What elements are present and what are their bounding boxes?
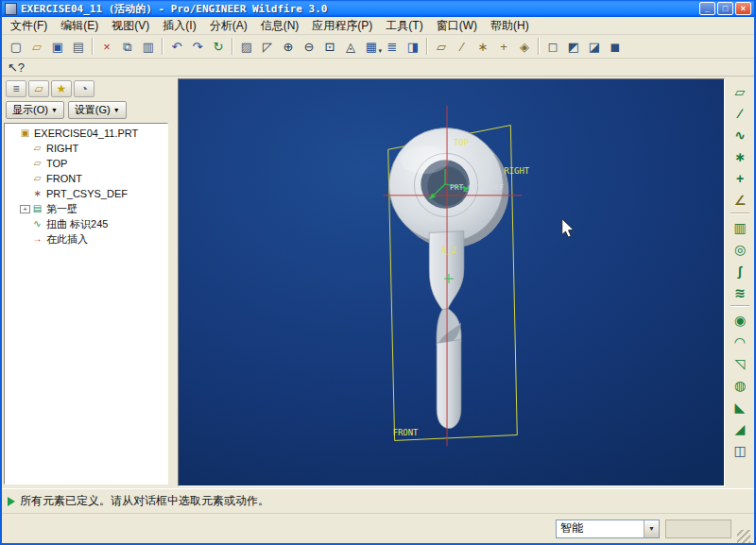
open-file-icon[interactable]: ▱: [26, 37, 47, 56]
print-icon[interactable]: ▤: [68, 37, 89, 56]
shaded-display-icon[interactable]: ◼: [605, 37, 626, 56]
draft-tool-icon[interactable]: ◢: [729, 417, 751, 439]
tree-item-first-wall-feature[interactable]: +▤第一壁: [5, 201, 167, 216]
no-hidden-display-icon[interactable]: ◪: [584, 37, 605, 56]
settings-button[interactable]: 设置(G) ▼: [68, 101, 127, 119]
hole-tool-icon[interactable]: ◉: [729, 309, 751, 331]
spin-center-toggle-icon[interactable]: ◈: [514, 37, 535, 56]
save-icon[interactable]: ▣: [47, 37, 68, 56]
tree-item-label: PRT_CSYS_DEF: [46, 188, 128, 199]
zoom-out-icon[interactable]: ⊖: [299, 37, 319, 56]
menu-item-9[interactable]: 帮助(H): [484, 17, 536, 35]
datum-label-top[interactable]: TOP: [454, 138, 469, 147]
select-items-icon[interactable]: ◸: [257, 37, 278, 56]
graphics-area[interactable]: PRT_CSYS_DEF TOP RIGHT FRONT A_2: [178, 78, 725, 486]
context-help-icon[interactable]: ↖?: [6, 58, 26, 77]
right-toolbar: ▱∕∿∗+∠▥◎∫≋◉◠◹◍◣◢◫: [726, 77, 754, 488]
model-tree-tab-icon[interactable]: ≡: [6, 80, 26, 97]
tree-item-twist-feature[interactable]: ∿扭曲 标识245: [5, 216, 167, 231]
datum-point-tool-icon[interactable]: ∗: [729, 145, 751, 167]
view-manager-icon[interactable]: ◨: [403, 37, 423, 56]
paste-icon[interactable]: ▥: [138, 37, 159, 56]
panel-splitter[interactable]: [170, 77, 178, 488]
twist-feature-icon: ∿: [31, 219, 43, 229]
help-toolbar: ↖?: [2, 59, 754, 77]
menu-item-0[interactable]: 文件(F): [4, 17, 54, 35]
tree-item-part[interactable]: ▣EXERCISE04_11.PRT: [5, 126, 167, 141]
toolbar-separator: [162, 38, 163, 55]
selection-filter-combo[interactable]: 智能 ▼: [556, 519, 660, 538]
model-canvas: PRT_CSYS_DEF TOP RIGHT FRONT A_2: [179, 79, 724, 485]
view-manager-glyph: ◨: [407, 41, 419, 53]
menu-item-2[interactable]: 视图(V): [105, 17, 156, 35]
blend-tool-glyph: ≋: [734, 285, 746, 300]
delete-icon[interactable]: ×: [96, 37, 117, 56]
datum-points-toggle-icon[interactable]: ∗: [472, 37, 493, 56]
undo-icon[interactable]: ↶: [166, 37, 187, 56]
csys-tool-icon[interactable]: +: [729, 167, 751, 189]
datum-planes-toggle-icon[interactable]: ▱: [431, 37, 452, 56]
tree-item-datum-plane[interactable]: ▱TOP: [5, 156, 167, 171]
title-bar[interactable]: EXERCISE04_11 (活动的) - Pro/ENGINEER Wildf…: [2, 0, 754, 17]
wireframe-display-icon[interactable]: ◻: [542, 37, 563, 56]
datum-label-front[interactable]: FRONT: [393, 428, 419, 437]
resize-grip[interactable]: [737, 530, 750, 543]
refit-icon[interactable]: ⊡: [319, 37, 340, 56]
blend-tool-icon[interactable]: ≋: [729, 281, 751, 303]
menu-item-1[interactable]: 编辑(E): [54, 17, 105, 35]
minimize-button[interactable]: _: [699, 2, 715, 15]
folder-browser-tab-icon[interactable]: ▱: [28, 80, 49, 97]
chamfer-tool-icon[interactable]: ◹: [729, 352, 751, 374]
layers-icon[interactable]: ≣: [382, 37, 403, 56]
regenerate-icon[interactable]: ↻: [208, 37, 229, 56]
redo-icon[interactable]: ↷: [187, 37, 208, 56]
repaint-icon[interactable]: ▨: [236, 37, 257, 56]
csys-toggle-icon[interactable]: +: [493, 37, 514, 56]
menu-item-4[interactable]: 分析(A): [203, 17, 254, 35]
menu-item-7[interactable]: 工具(T): [379, 17, 429, 35]
application-window: EXERCISE04_11 (活动的) - Pro/ENGINEER Wildf…: [0, 0, 756, 545]
menu-item-5[interactable]: 信息(N): [254, 17, 306, 35]
datum-plane-icon: ▱: [31, 159, 43, 168]
datum-axis-tool-icon[interactable]: ∕: [729, 102, 751, 124]
panel-tabs: ≡▱★◔: [4, 78, 170, 99]
panel-buttons: 显示(O) ▼ 设置(G) ▼: [4, 99, 170, 121]
datum-plane-tool-icon[interactable]: ▱: [729, 80, 751, 102]
close-button[interactable]: ×: [735, 2, 751, 15]
selection-filter-dropdown-button[interactable]: ▼: [644, 520, 659, 537]
expander-icon[interactable]: +: [20, 205, 30, 213]
copy-icon[interactable]: ⧉: [117, 37, 138, 56]
tree-item-coordinate-system[interactable]: ∗PRT_CSYS_DEF: [5, 186, 167, 201]
mirror-tool-glyph: ◫: [733, 443, 746, 458]
show-button[interactable]: 显示(O) ▼: [6, 101, 64, 119]
sketch-tool-icon[interactable]: ∠: [729, 189, 751, 211]
menu-item-3[interactable]: 插入(I): [156, 17, 202, 35]
menu-item-8[interactable]: 窗口(W): [430, 17, 484, 35]
shell-tool-icon[interactable]: ◍: [729, 374, 751, 396]
maximize-button[interactable]: □: [717, 2, 733, 15]
datum-curve-tool-icon[interactable]: ∿: [729, 124, 751, 145]
round-tool-icon[interactable]: ◠: [729, 331, 751, 352]
rib-tool-icon[interactable]: ◣: [729, 396, 751, 417]
datum-label-right[interactable]: RIGHT: [504, 166, 529, 176]
axis-label[interactable]: A_2: [441, 246, 456, 255]
datum-axes-toggle-icon[interactable]: ∕: [452, 37, 472, 56]
zoom-in-icon[interactable]: ⊕: [278, 37, 299, 56]
favorites-tab-icon[interactable]: ★: [51, 80, 72, 97]
model-tree[interactable]: ▣EXERCISE04_11.PRT▱RIGHT▱TOP▱FRONT∗PRT_C…: [4, 123, 168, 485]
history-tab-icon[interactable]: ◔: [74, 80, 94, 97]
tree-item-datum-plane[interactable]: ▱RIGHT: [5, 141, 167, 156]
mirror-tool-icon[interactable]: ◫: [729, 439, 751, 461]
csys-label[interactable]: PRT_CSYS_DEF: [450, 183, 504, 192]
saved-views-icon[interactable]: ▦▾: [361, 37, 382, 56]
tree-item-datum-plane[interactable]: ▱FRONT: [5, 171, 167, 186]
hidden-line-display-icon[interactable]: ◩: [563, 37, 584, 56]
expander-spacer: [8, 129, 18, 138]
tree-item-insert-here[interactable]: →在此插入: [5, 231, 167, 247]
revolve-tool-icon[interactable]: ◎: [729, 238, 751, 260]
new-file-icon[interactable]: ▢: [6, 37, 26, 56]
orient-mode-icon[interactable]: ◬: [340, 37, 361, 56]
sweep-tool-icon[interactable]: ∫: [729, 260, 751, 281]
extrude-tool-icon[interactable]: ▥: [729, 216, 751, 238]
menu-item-6[interactable]: 应用程序(P): [305, 17, 379, 35]
